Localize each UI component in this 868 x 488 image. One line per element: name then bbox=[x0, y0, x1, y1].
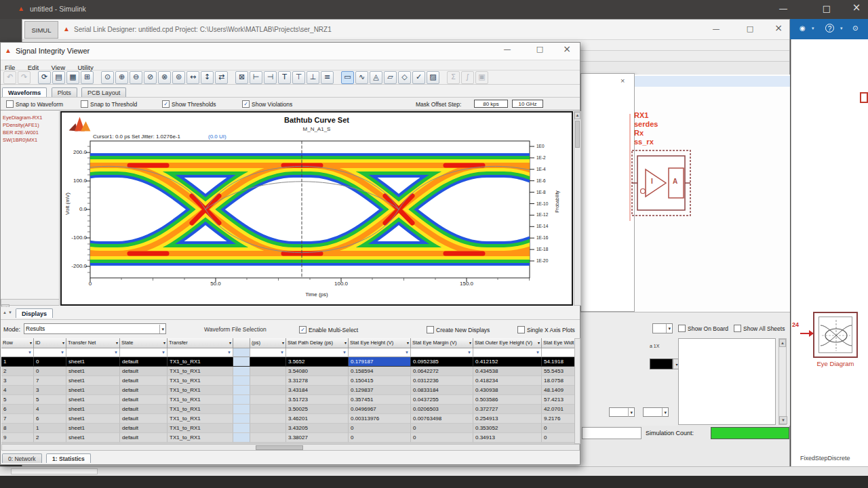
table-cell[interactable]: 0.150415 bbox=[349, 376, 411, 386]
waveform-list-item[interactable]: EyeDiagram-RX1 bbox=[3, 114, 59, 121]
filter-cell[interactable]: ▼ bbox=[349, 348, 411, 357]
table-cell[interactable] bbox=[250, 405, 286, 414]
cursor-left-button[interactable]: ⊢ bbox=[250, 71, 262, 84]
table-cell[interactable]: TX1_to_RX1 bbox=[167, 414, 233, 424]
table-cell[interactable]: 0.00313976 bbox=[349, 414, 411, 424]
table-cell[interactable]: 0.0642272 bbox=[411, 367, 473, 376]
hatch-tool-button[interactable]: ▨ bbox=[427, 71, 439, 84]
table-cell[interactable]: 1 bbox=[34, 424, 66, 433]
filter-funnel-icon[interactable]: ▼ bbox=[28, 350, 32, 354]
table-cell[interactable]: 0.254913 bbox=[473, 414, 542, 424]
levels-button[interactable]: ≡ bbox=[321, 71, 334, 84]
filter-cell[interactable] bbox=[233, 348, 250, 357]
help-icon[interactable]: ? bbox=[825, 24, 834, 33]
previous-zoom-button[interactable]: ⇄ bbox=[215, 71, 228, 84]
table-cell[interactable]: 0.0312236 bbox=[411, 376, 473, 386]
param-combo-1[interactable]: ▾ bbox=[609, 407, 635, 417]
table-cell[interactable]: 3.31278 bbox=[286, 376, 349, 386]
column-header[interactable]: Stat Outer Eye Height (V)▾ bbox=[473, 338, 542, 348]
table-cell[interactable]: 0.0833184 bbox=[411, 386, 473, 395]
table-cell[interactable]: 0 bbox=[411, 433, 473, 443]
table-cell[interactable]: 0.00763498 bbox=[411, 414, 473, 424]
table-row[interactable]: 92sheet1defaultTX1_to_RX13.38027000.3491… bbox=[1, 433, 580, 443]
clear-markers-button[interactable]: ⊠ bbox=[235, 71, 248, 84]
column-header[interactable]: ID▾ bbox=[34, 338, 66, 348]
sidebar-hscrollbar[interactable]: ◄ bbox=[1, 299, 60, 306]
editor-canvas-right[interactable] bbox=[791, 39, 868, 476]
table-cell[interactable]: 3.38027 bbox=[286, 433, 349, 443]
board-combo[interactable]: ▾ bbox=[652, 323, 673, 333]
table-cell[interactable]: 0.357451 bbox=[349, 395, 411, 405]
table-cell[interactable]: 3.50025 bbox=[286, 405, 349, 414]
show-on-board-checkbox[interactable]: Show On Board bbox=[678, 325, 728, 332]
zoom-out-button[interactable]: ⊖ bbox=[130, 71, 142, 84]
table-cell[interactable]: 0.372727 bbox=[473, 405, 542, 414]
table-cell[interactable] bbox=[233, 357, 250, 367]
table-cell[interactable]: 0.430938 bbox=[473, 386, 542, 395]
table-row[interactable]: 20sheet1defaultTX1_to_RX13.540800.158594… bbox=[1, 367, 580, 376]
table-cell[interactable] bbox=[233, 424, 250, 433]
column-header[interactable]: (ps)▾ bbox=[250, 338, 286, 348]
mode-combo[interactable]: Results ▾ bbox=[24, 323, 166, 334]
table-cell[interactable]: default bbox=[120, 433, 167, 443]
eye-diagram-plot-panel[interactable]: Bathtub Curve Set M_N_A1_S Cursor1: 0.0 … bbox=[60, 111, 573, 306]
tab-plots[interactable]: Plots bbox=[52, 87, 77, 97]
tab-simulink[interactable]: SIMUL bbox=[24, 21, 58, 39]
plot-vscrollbar[interactable]: ▲ bbox=[574, 111, 581, 306]
table-cell[interactable]: 3.43205 bbox=[286, 424, 349, 433]
sort-icon[interactable]: ▾ bbox=[538, 338, 540, 348]
table-cell[interactable]: 0 bbox=[34, 367, 66, 376]
viewer-titlebar[interactable]: ▲ Signal Integrity Viewer — □ × bbox=[1, 43, 580, 60]
filter-cell[interactable]: ▼ bbox=[34, 348, 66, 357]
table-cell[interactable] bbox=[250, 433, 286, 443]
table-cell[interactable]: default bbox=[120, 357, 167, 367]
minimize-button[interactable]: — bbox=[709, 25, 724, 33]
list-area[interactable] bbox=[678, 338, 776, 425]
table-cell[interactable]: 2 bbox=[34, 433, 66, 443]
tab-network[interactable]: 0: Network bbox=[2, 453, 42, 463]
sort-icon[interactable]: ▾ bbox=[229, 338, 231, 348]
table-cell[interactable]: 0 bbox=[411, 424, 473, 433]
chevron-down-icon[interactable]: ▾ bbox=[812, 26, 814, 31]
close-button[interactable]: × bbox=[771, 24, 786, 32]
show-thresholds-checkbox[interactable]: ✓Show Thresholds bbox=[162, 100, 216, 108]
column-header[interactable]: Stat Eye Margin (V)▾ bbox=[411, 338, 473, 348]
table-cell[interactable]: TX1_to_RX1 bbox=[167, 357, 233, 367]
table-cell[interactable]: default bbox=[120, 376, 167, 386]
table-row[interactable]: 37sheet1defaultTX1_to_RX13.312780.150415… bbox=[1, 376, 580, 386]
table-cell[interactable]: 3.51723 bbox=[286, 395, 349, 405]
table-cell[interactable]: default bbox=[120, 424, 167, 433]
table-cell[interactable]: 0 bbox=[34, 357, 66, 367]
table-cell[interactable] bbox=[233, 376, 250, 386]
table-cell[interactable]: sheet1 bbox=[66, 433, 120, 443]
table-hscrollbar[interactable] bbox=[1, 444, 580, 451]
column-header[interactable]: Transfer Net▾ bbox=[66, 338, 120, 348]
add-display-button[interactable]: ⊞ bbox=[81, 71, 94, 84]
zoom-y-button[interactable]: ⊗ bbox=[158, 71, 171, 84]
table-cell[interactable]: 6 bbox=[1, 405, 34, 414]
waveform-list-item[interactable]: BER #2E-W001 bbox=[3, 129, 59, 136]
pan-y-button[interactable]: ↕ bbox=[201, 71, 214, 84]
column-header[interactable]: State▾ bbox=[120, 338, 167, 348]
bottom-marker-button[interactable]: ⊥ bbox=[307, 71, 319, 84]
eye-diagram-block[interactable] bbox=[813, 312, 858, 358]
table-cell[interactable]: 5 bbox=[1, 395, 34, 405]
table-cell[interactable]: 4 bbox=[1, 386, 34, 395]
column-header[interactable]: Stat Path Delay (ps)▾ bbox=[286, 338, 349, 348]
zoom-fit-button[interactable]: ⊚ bbox=[172, 71, 185, 84]
table-cell[interactable]: 3.54080 bbox=[286, 367, 349, 376]
mask-tool-button[interactable]: ▭ bbox=[341, 71, 354, 84]
table-row[interactable]: 76sheet1defaultTX1_to_RX13.462010.003139… bbox=[1, 414, 580, 424]
table-cell[interactable]: 0.353052 bbox=[473, 424, 542, 433]
filter-cell[interactable]: ▼ bbox=[1, 348, 34, 357]
collapse-down-icon[interactable]: ▼ bbox=[8, 310, 12, 314]
filter-funnel-icon[interactable]: ▼ bbox=[114, 350, 118, 354]
table-cell[interactable]: 3 bbox=[1, 376, 34, 386]
filter-cell[interactable]: ▼ bbox=[66, 348, 120, 357]
snap-to-threshold-checkbox[interactable]: Snap to Threshold bbox=[81, 100, 137, 108]
table-cell[interactable] bbox=[250, 386, 286, 395]
color-swatch[interactable] bbox=[650, 359, 673, 369]
column-header[interactable]: Transfer▾ bbox=[167, 338, 233, 348]
filter-cell[interactable]: ▼ bbox=[120, 348, 167, 357]
table-cell[interactable]: sheet1 bbox=[66, 414, 120, 424]
